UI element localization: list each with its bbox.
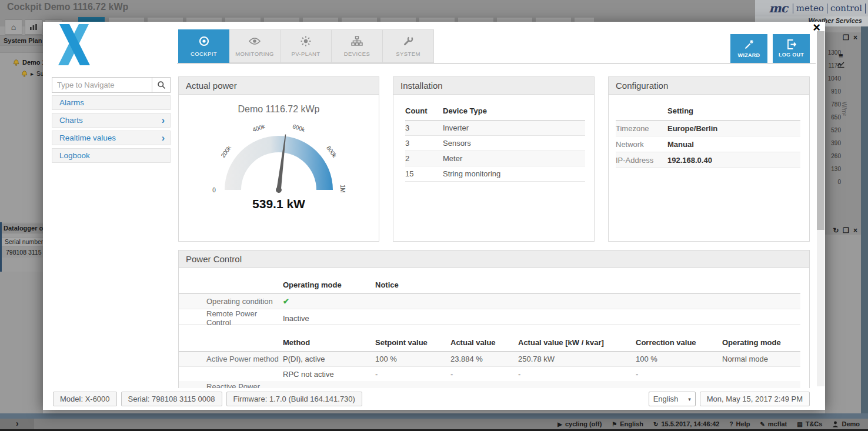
search-button[interactable]: [152, 77, 171, 93]
axis-tick: 130: [825, 163, 841, 176]
sidebar-item-alarms[interactable]: Alarms: [52, 95, 171, 110]
chevron-right-icon: ›: [162, 114, 165, 127]
modal-body: Alarms Charts› Realtime values› Logbook …: [52, 76, 817, 388]
statusbar: › ▶cycling (off) ⚑English ↻15.5.2017, 14…: [0, 419, 868, 429]
bg-window-titlebar: Cockpit Demo 1116.72 kWp mc meteo contro…: [0, 0, 868, 16]
tab-system[interactable]: SYSTEM: [383, 29, 434, 63]
statusbar-label: English: [620, 420, 643, 427]
close-icon[interactable]: ×: [813, 20, 820, 35]
cell-count: 3: [405, 139, 443, 148]
alarm-bell-icon: [21, 71, 28, 77]
tab-monitoring[interactable]: MONITORING: [229, 29, 281, 63]
brand-word-control: control: [827, 3, 865, 14]
statusbar-user[interactable]: Demo: [832, 420, 860, 427]
cell: 250.78 kW: [518, 355, 636, 363]
tab-label: DEVICES: [344, 51, 370, 57]
cell-count: 15: [405, 169, 443, 178]
axis-tick: 390: [825, 137, 841, 150]
axis-tick: 520: [825, 124, 841, 137]
table-row: 15String monitoring: [405, 166, 585, 182]
modal-scrollbar[interactable]: [817, 31, 824, 386]
sidebar-item-logbook[interactable]: Logbook: [52, 148, 171, 163]
chart-icon-button[interactable]: [25, 19, 42, 35]
config-key: Timezone: [616, 124, 667, 133]
table-row: IP-Address192.168.0.40: [616, 152, 800, 168]
bg-right-edge: [861, 26, 868, 419]
cell-count: 3: [405, 123, 443, 132]
power-control-tables: Operating mode Notice Operating conditio…: [179, 276, 800, 389]
header-divider: [177, 63, 816, 64]
tab-cockpit[interactable]: COCKPIT: [178, 29, 229, 63]
logout-door-icon: [787, 39, 796, 49]
config-key: IP-Address: [616, 156, 667, 165]
cell-count: 2: [405, 154, 443, 163]
gauge-tick: 400k: [252, 123, 266, 133]
cell: -: [636, 370, 722, 379]
restore-window-icon[interactable]: ❐: [843, 226, 849, 235]
sun-icon: [300, 35, 312, 47]
row-label: Active Power method: [206, 355, 283, 363]
home-icon-button[interactable]: ⌂: [5, 19, 22, 35]
magic-wand-icon: [744, 39, 755, 50]
line-chart-icon[interactable]: [837, 62, 844, 68]
panel-title: Installation: [393, 77, 594, 95]
mc-logo: mc: [769, 1, 787, 15]
main-tabs: COCKPIT MONITORING PV-PLANT DEVICES SYST…: [178, 29, 434, 63]
refresh-icon[interactable]: ↻: [833, 226, 839, 235]
statusbar-language[interactable]: ⚑English: [612, 420, 643, 427]
statusbar-tcs[interactable]: ▤T&Cs: [797, 420, 822, 427]
sidebar-item-charts[interactable]: Charts›: [52, 113, 171, 128]
modal-footer: Model: X-6000 Serial: 798108 3115 0008 F…: [43, 388, 825, 410]
cell: 100 %: [636, 355, 722, 363]
search-input[interactable]: [52, 77, 152, 93]
tab-devices[interactable]: DEVICES: [332, 29, 383, 63]
cell-type: Meter: [443, 154, 585, 163]
tab-pv-plant[interactable]: PV-PLANT: [281, 29, 332, 63]
target-icon: [198, 35, 210, 47]
model-badge: Model: X-6000: [53, 392, 117, 406]
statusbar-refresh-time[interactable]: ↻15.5.2017, 14:46:42: [653, 420, 719, 427]
gauge-tick: 0: [212, 187, 216, 193]
table-row: 3Sensors: [405, 136, 585, 151]
header-actions: WIZARD LOG OUT: [730, 34, 810, 63]
col-device-type: Device Type: [443, 106, 585, 115]
col-method: Method: [283, 338, 375, 347]
close-icon[interactable]: ×: [853, 226, 857, 235]
chevron-down-icon: ▾: [688, 396, 691, 402]
eye-icon: [249, 35, 261, 47]
ok-check-icon: ✔: [283, 297, 375, 306]
sidebar-item-realtime-values[interactable]: Realtime values›: [52, 131, 171, 145]
brand-word-meteo: meteo: [793, 3, 827, 14]
logout-button[interactable]: LOG OUT: [773, 34, 810, 63]
statusbar-mcflat[interactable]: ✎mcflat: [760, 420, 787, 427]
wrench-icon: [403, 35, 413, 47]
statusbar-cycling[interactable]: ▶cycling (off): [557, 420, 602, 427]
bar-chart-icon: [30, 24, 37, 30]
statusbar-help[interactable]: ?Help: [730, 420, 750, 427]
config-value: Europe/Berlin: [667, 124, 800, 133]
language-select[interactable]: English ▾: [649, 392, 696, 406]
close-icon[interactable]: ×: [853, 34, 857, 42]
power-gauge: 0 200k 400k 600k 800k 1M: [191, 116, 367, 198]
col-count: Count: [405, 106, 443, 115]
statusbar-expand-button[interactable]: ›: [0, 419, 34, 429]
alarm-bell-icon: [13, 59, 19, 66]
serial-badge: Serial: 798108 3115 0008: [121, 392, 222, 406]
scrollbar-thumb[interactable]: [817, 31, 824, 230]
table-header: Count Device Type: [405, 102, 585, 121]
table-row: 3Inverter: [405, 121, 585, 136]
sidebar-item-label: Alarms: [59, 98, 84, 107]
actual-power-value: 539.1 kW: [179, 197, 379, 211]
table-row: Remote Power Control Inactive: [179, 309, 800, 325]
chart-menu-icon[interactable]: ≡: [839, 51, 843, 60]
hierarchy-icon: [351, 35, 363, 47]
configuration-panel: Configuration Setting TimezoneEurope/Ber…: [608, 76, 810, 242]
statusbar-label: 15.5.2017, 14:46:42: [661, 420, 719, 427]
restore-window-icon[interactable]: ❐: [843, 34, 849, 42]
home-icon: ⌂: [11, 22, 16, 32]
brand-divider: [865, 4, 866, 14]
gauge-tick: 800k: [325, 145, 338, 159]
axis-tick: 260: [825, 150, 841, 163]
wizard-button[interactable]: WIZARD: [730, 34, 767, 63]
cell: -: [375, 370, 450, 379]
